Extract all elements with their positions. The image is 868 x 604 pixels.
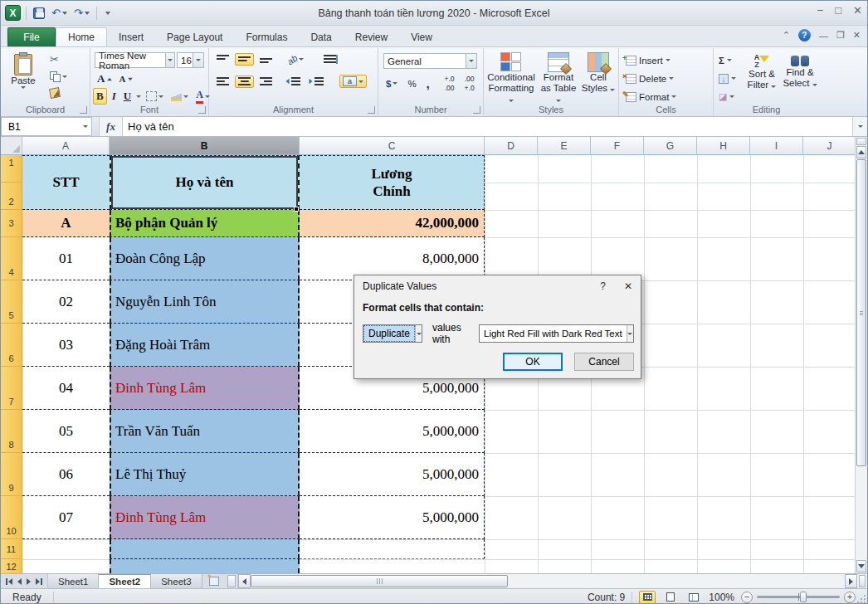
column-header-j[interactable]: J [803, 137, 856, 155]
tab-formulas[interactable]: Formulas [234, 27, 299, 46]
zoom-level[interactable]: 100% [709, 592, 734, 603]
number-dialog-launcher[interactable] [473, 106, 480, 114]
tab-data[interactable]: Data [299, 27, 343, 46]
cell-b1-name-header-active[interactable]: Họ và tên [110, 155, 300, 210]
clipboard-dialog-launcher[interactable] [80, 106, 87, 114]
fill-button[interactable]: ↓ [719, 71, 736, 86]
merge-center-dropdown-arrow[interactable] [358, 80, 363, 83]
row-header-5[interactable]: 5 [1, 280, 22, 324]
sheet-tab-sheet2[interactable]: Sheet2 [99, 574, 151, 588]
align-center-button[interactable] [235, 76, 254, 88]
column-header-d[interactable]: D [485, 137, 538, 155]
underline-button[interactable]: U [121, 89, 134, 104]
grow-font-button[interactable]: A [95, 71, 115, 86]
redo-button[interactable]: ↷ [72, 5, 91, 22]
column-header-h[interactable]: H [697, 137, 750, 155]
cell-a10[interactable]: 07 [22, 496, 110, 539]
cell-c3[interactable]: 42,000,000 [300, 210, 485, 237]
column-header-c[interactable]: C [300, 137, 485, 155]
column-header-f[interactable]: F [591, 137, 644, 155]
workbook-close-icon[interactable]: ✕ [853, 30, 861, 41]
row-header-3[interactable]: 3 [1, 210, 22, 237]
dialog-help-button[interactable]: ? [600, 280, 606, 292]
cell-a3[interactable]: A [22, 210, 110, 237]
increase-decimal-button[interactable]: +.0.00 [442, 75, 457, 92]
combo-dropdown-arrow[interactable] [627, 325, 633, 342]
format-painter-button[interactable] [47, 87, 70, 99]
insert-worksheet-button[interactable] [202, 574, 226, 588]
formula-input[interactable]: Họ và tên [123, 117, 852, 136]
font-dialog-launcher[interactable] [198, 106, 206, 114]
sheet-tab-sheet3[interactable]: Sheet3 [151, 574, 202, 588]
cell-a1-stt-header[interactable]: STT [22, 155, 110, 210]
dialog-title-bar[interactable]: Duplicate Values ? ✕ [354, 275, 641, 297]
font-name-combo[interactable]: Times New Roman [95, 52, 175, 68]
tab-home[interactable]: Home [56, 27, 107, 46]
zoom-slider-thumb[interactable] [800, 592, 807, 602]
cell-a8[interactable]: 05 [22, 410, 110, 453]
row-header-2[interactable]: 2 [1, 183, 22, 210]
cell-b7-duplicate[interactable]: Đinh Tùng Lâm [110, 367, 300, 410]
row-header-6[interactable]: 6 [1, 324, 22, 367]
tab-page-layout[interactable]: Page Layout [155, 27, 234, 46]
minimize-button[interactable]: − [817, 4, 824, 17]
dialog-close-button[interactable]: ✕ [624, 280, 632, 292]
combo-dropdown-arrow[interactable] [415, 325, 422, 342]
vertical-scroll-thumb[interactable] [856, 159, 866, 466]
cell-b11[interactable] [110, 539, 300, 559]
copy-button[interactable] [47, 71, 70, 83]
cell-c1-salary-header[interactable]: LươngChính [300, 155, 485, 210]
workbook-restore-icon[interactable]: ❐ [836, 30, 845, 41]
normal-view-button[interactable] [639, 591, 656, 604]
column-header-e[interactable]: E [538, 137, 591, 155]
page-break-view-button[interactable] [685, 591, 702, 604]
borders-button[interactable] [144, 90, 166, 102]
cell-a9[interactable]: 06 [22, 453, 110, 496]
first-sheet-button[interactable] [6, 578, 12, 585]
tab-insert[interactable]: Insert [107, 27, 155, 46]
cell-a6[interactable]: 03 [22, 324, 110, 367]
underline-dropdown-arrow[interactable] [136, 95, 141, 98]
help-icon[interactable]: ? [798, 29, 811, 41]
horizontal-scroll-track[interactable] [508, 574, 845, 588]
tab-file[interactable]: File [7, 27, 56, 46]
align-right-button[interactable] [257, 76, 275, 87]
percent-style-button[interactable]: % [405, 78, 418, 90]
delete-cells-button[interactable]: ×Delete [626, 71, 676, 86]
cell-c9[interactable]: 5,000,000 [300, 453, 485, 496]
previous-sheet-button[interactable] [17, 578, 22, 585]
alignment-dialog-launcher[interactable] [368, 106, 375, 114]
tab-split-handle[interactable] [227, 575, 236, 587]
ok-button[interactable]: OK [503, 353, 563, 371]
zoom-in-button[interactable]: + [844, 592, 856, 603]
expand-formula-bar-button[interactable] [852, 117, 867, 136]
format-cells-button[interactable]: ✎Format [626, 89, 676, 105]
last-sheet-button[interactable] [36, 578, 42, 585]
row-header-8[interactable]: 8 [1, 410, 22, 453]
autosum-button[interactable]: Σ [719, 52, 736, 68]
comma-style-button[interactable]: , [424, 76, 432, 91]
scroll-up-button[interactable] [856, 146, 866, 158]
paste-dropdown-arrow[interactable] [21, 86, 26, 89]
select-all-corner[interactable] [1, 137, 22, 155]
scroll-right-button[interactable] [845, 574, 857, 588]
cell-b6[interactable]: Đặng Hoài Trâm [110, 324, 300, 367]
align-top-button[interactable] [214, 54, 232, 65]
cell-a7[interactable]: 04 [22, 367, 110, 410]
cut-button[interactable]: ✂ [47, 52, 70, 66]
format-style-combo[interactable]: Light Red Fill with Dark Red Text [479, 324, 634, 343]
duplicate-type-combo[interactable]: Duplicate [363, 324, 422, 343]
decrease-decimal-button[interactable]: .00+.0 [462, 75, 477, 92]
cell-b10-duplicate[interactable]: Đinh Tùng Lâm [110, 496, 300, 539]
row-header-1[interactable]: 1 [1, 155, 22, 183]
maximize-button[interactable]: □ [835, 4, 841, 17]
clear-button[interactable]: ◪ [719, 89, 736, 105]
scroll-down-button[interactable] [856, 560, 866, 572]
horizontal-scroll-thumb[interactable] [251, 575, 508, 587]
format-as-table-button[interactable]: Formatas Table [539, 50, 578, 105]
fill-handle[interactable] [294, 207, 299, 212]
column-header-a[interactable]: A [22, 137, 110, 155]
close-button[interactable]: ✕ [853, 4, 862, 17]
excel-logo-icon[interactable]: X [5, 5, 21, 21]
insert-cells-button[interactable]: +Insert [626, 52, 676, 68]
